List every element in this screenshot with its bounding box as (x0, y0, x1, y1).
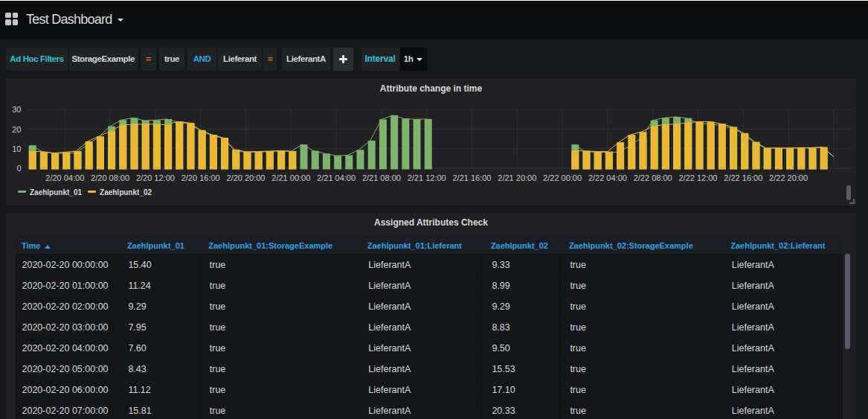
svg-text:2/21 08:00: 2/21 08:00 (362, 173, 401, 182)
svg-text:2/22 08:00: 2/22 08:00 (634, 173, 672, 182)
svg-text:2/20 08:00: 2/20 08:00 (91, 173, 129, 182)
svg-text:2/21 20:00: 2/21 20:00 (498, 173, 536, 182)
svg-text:2/21 04:00: 2/21 04:00 (317, 173, 356, 182)
svg-text:10: 10 (12, 144, 21, 153)
svg-text:2/22 16:00: 2/22 16:00 (724, 173, 762, 182)
svg-text:2/22 20:00: 2/22 20:00 (769, 173, 808, 182)
svg-text:2/20 04:00: 2/20 04:00 (45, 173, 84, 182)
svg-text:0: 0 (16, 163, 21, 172)
svg-text:20: 20 (12, 124, 21, 133)
svg-text:2/22 04:00: 2/22 04:00 (588, 173, 627, 182)
svg-text:2/21 12:00: 2/21 12:00 (408, 173, 446, 182)
svg-text:2/20 12:00: 2/20 12:00 (136, 173, 175, 182)
svg-text:2/20 16:00: 2/20 16:00 (181, 173, 220, 182)
svg-text:2/20 20:00: 2/20 20:00 (227, 173, 266, 182)
svg-text:2/22 00:00: 2/22 00:00 (543, 173, 582, 182)
svg-text:2/21 00:00: 2/21 00:00 (271, 173, 310, 182)
svg-text:2/21 16:00: 2/21 16:00 (453, 173, 492, 182)
svg-text:30: 30 (12, 105, 21, 114)
svg-text:2/22 12:00: 2/22 12:00 (679, 173, 718, 182)
